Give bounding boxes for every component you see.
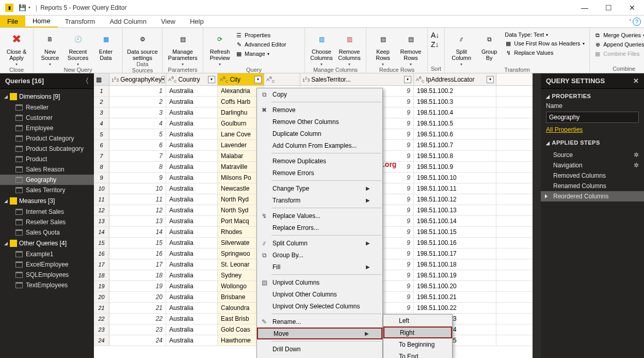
context-menu-item[interactable]: Drill Down bbox=[257, 343, 382, 355]
context-menu-item[interactable]: Duplicate Column bbox=[257, 128, 382, 139]
addcolumn-tab[interactable]: Add Column bbox=[102, 15, 154, 27]
queries-group[interactable]: ◢Dimensions [9] bbox=[0, 91, 94, 102]
applied-step[interactable]: Reordered Columns bbox=[541, 191, 644, 201]
context-menu-item[interactable]: Remove Other Columns bbox=[257, 116, 382, 128]
filter-icon[interactable]: ▾ bbox=[404, 76, 411, 83]
queries-group[interactable]: ◢Other Queries [4] bbox=[0, 238, 94, 249]
group-by-button[interactable]: ⧉GroupBy bbox=[476, 29, 503, 67]
context-menu-item[interactable]: ⧉Group By... bbox=[257, 249, 382, 261]
query-item[interactable]: SQLEmployees bbox=[0, 270, 94, 280]
context-menu-item[interactable]: Move▶ bbox=[257, 328, 382, 339]
first-row-headers-button[interactable]: ▦Use First Row as Headers ▾ bbox=[504, 39, 586, 48]
query-item[interactable]: Sales Territory bbox=[0, 185, 94, 195]
file-tab[interactable]: File bbox=[0, 15, 25, 27]
query-item[interactable]: Sales Reason bbox=[0, 164, 94, 175]
gear-icon[interactable]: ✲ bbox=[634, 162, 639, 169]
query-item[interactable]: Geography bbox=[0, 175, 94, 185]
context-menu-item[interactable]: Add Column From Examples... bbox=[257, 139, 382, 151]
vertical-scrollbar[interactable] bbox=[533, 73, 541, 358]
manage-button[interactable]: ▦Manage ▾ bbox=[234, 50, 301, 58]
help-icon[interactable]: ? bbox=[633, 18, 641, 26]
context-menu-item[interactable]: Remove Errors bbox=[257, 167, 382, 179]
column-header[interactable]: 123GeographyKey▾ bbox=[109, 73, 166, 85]
data-type-button[interactable]: Data Type: Text ▾ bbox=[504, 31, 586, 38]
advanced-editor-button[interactable]: ✎Advanced Editor bbox=[234, 40, 301, 49]
context-menu-item[interactable]: Unpivot Other Columns bbox=[257, 288, 382, 300]
column-header[interactable]: 123SalesTerritor...▾ bbox=[300, 73, 414, 85]
home-tab[interactable]: Home bbox=[25, 15, 58, 27]
gear-icon[interactable]: ✲ bbox=[634, 151, 639, 159]
applied-step[interactable]: Renamed Columns bbox=[541, 181, 644, 191]
context-submenu-item[interactable]: To Beginning bbox=[383, 338, 452, 350]
query-item[interactable]: Product Subcategory bbox=[0, 144, 94, 154]
merge-queries-button[interactable]: ⧉Merge Queries ▾ bbox=[593, 31, 644, 39]
query-item[interactable]: Reseller bbox=[0, 102, 94, 113]
context-menu-item[interactable]: Remove Duplicates bbox=[257, 155, 382, 167]
close-window-button[interactable]: ✕ bbox=[620, 0, 644, 15]
maximize-button[interactable]: ☐ bbox=[597, 0, 620, 15]
query-item[interactable]: Employee bbox=[0, 123, 94, 133]
context-menu-item[interactable]: ↯Replace Values... bbox=[257, 210, 382, 222]
context-submenu-item[interactable]: Left bbox=[383, 315, 452, 326]
queries-collapse-icon[interactable]: 〈 bbox=[82, 76, 89, 86]
sort-asc-button[interactable]: A↓ bbox=[431, 31, 441, 39]
remove-rows-button[interactable]: ▤RemoveRows▾ bbox=[397, 29, 424, 67]
query-item[interactable]: ExcelEmployee bbox=[0, 259, 94, 270]
qat-dropdown-icon[interactable]: ▾ bbox=[28, 5, 30, 10]
combine-files-button[interactable]: ▦Combine Files bbox=[593, 50, 644, 58]
context-menu-item[interactable]: ⫽Split Column▶ bbox=[257, 237, 382, 249]
minimize-button[interactable]: — bbox=[573, 0, 597, 15]
refresh-preview-button[interactable]: ⟳RefreshPreview▾ bbox=[206, 29, 233, 67]
data-source-settings-button[interactable]: ⚙Data sourcesettings bbox=[126, 29, 159, 61]
query-item[interactable]: Internet Sales bbox=[0, 207, 94, 217]
context-menu-item[interactable]: Unpivot Only Selected Columns bbox=[257, 300, 382, 312]
query-item[interactable]: Product bbox=[0, 154, 94, 164]
new-source-button[interactable]: 🗎NewSource▾ bbox=[37, 29, 63, 67]
query-item[interactable]: Customer bbox=[0, 113, 94, 123]
context-menu-item[interactable]: Change Type▶ bbox=[257, 182, 382, 194]
context-menu-item[interactable]: Replace Errors... bbox=[257, 222, 382, 234]
properties-button[interactable]: ☰Properties bbox=[234, 31, 301, 39]
query-item[interactable]: Product Category bbox=[0, 133, 94, 144]
split-column-button[interactable]: ⫽SplitColumn▾ bbox=[448, 29, 475, 67]
column-header[interactable]: ABCCountry▾ bbox=[166, 73, 218, 85]
query-item[interactable]: TextEmployees bbox=[0, 280, 94, 290]
enter-data-button[interactable]: ▦EnterData bbox=[92, 29, 119, 67]
context-menu-item[interactable]: Transform▶ bbox=[257, 194, 382, 206]
context-menu-item[interactable]: ✎Rename... bbox=[257, 316, 382, 328]
context-menu-item[interactable]: ✖Remove bbox=[257, 104, 382, 116]
filter-icon[interactable]: ▾ bbox=[208, 76, 215, 83]
context-menu-item[interactable]: ▤Unpivot Columns bbox=[257, 276, 382, 288]
remove-columns-button[interactable]: ▥RemoveColumns▾ bbox=[336, 29, 363, 67]
applied-step[interactable]: Source✲ bbox=[541, 150, 644, 160]
append-queries-button[interactable]: ⊕Append Queries ▾ bbox=[593, 40, 644, 49]
manage-parameters-button[interactable]: ▤ManageParameters▾ bbox=[166, 29, 200, 67]
context-submenu-item[interactable]: Right bbox=[383, 326, 452, 338]
filter-icon[interactable]: ▾ bbox=[162, 76, 165, 83]
context-menu-item[interactable]: Add as New Query bbox=[257, 355, 382, 358]
sort-desc-button[interactable]: Z↓ bbox=[431, 40, 441, 49]
help-tab[interactable]: Help bbox=[183, 15, 211, 27]
view-tab[interactable]: View bbox=[154, 15, 183, 27]
column-header[interactable]: ABCIpAddressLocator▾ bbox=[414, 73, 496, 85]
save-icon[interactable]: 💾 bbox=[19, 4, 26, 11]
keep-rows-button[interactable]: ▤KeepRows▾ bbox=[369, 29, 396, 67]
applied-step[interactable]: Removed Columns bbox=[541, 170, 644, 181]
context-menu-item[interactable]: ⧉Copy bbox=[257, 88, 382, 100]
settings-close-icon[interactable]: ✕ bbox=[633, 77, 639, 85]
query-name-input[interactable] bbox=[546, 112, 639, 123]
filter-icon[interactable]: ▾ bbox=[254, 76, 262, 83]
context-submenu-item[interactable]: To End bbox=[383, 350, 452, 358]
ribbon-collapse-icon[interactable]: ˄ bbox=[629, 19, 632, 24]
applied-step[interactable]: Navigation✲ bbox=[541, 160, 644, 170]
context-menu-item[interactable]: Fill▶ bbox=[257, 261, 382, 273]
all-properties-link[interactable]: All Properties bbox=[546, 126, 583, 133]
row-index-header[interactable]: ▦ bbox=[94, 73, 109, 85]
query-item[interactable]: Sales Quota bbox=[0, 227, 94, 238]
replace-values-button[interactable]: ↯Replace Values bbox=[504, 49, 586, 57]
query-item[interactable]: Example1 bbox=[0, 249, 94, 259]
choose-columns-button[interactable]: ▥ChooseColumns▾ bbox=[308, 29, 335, 67]
query-item[interactable]: Reseller Sales bbox=[0, 217, 94, 227]
column-header[interactable]: ABCCity▾ bbox=[218, 73, 264, 85]
transform-tab[interactable]: Transform bbox=[58, 15, 103, 27]
